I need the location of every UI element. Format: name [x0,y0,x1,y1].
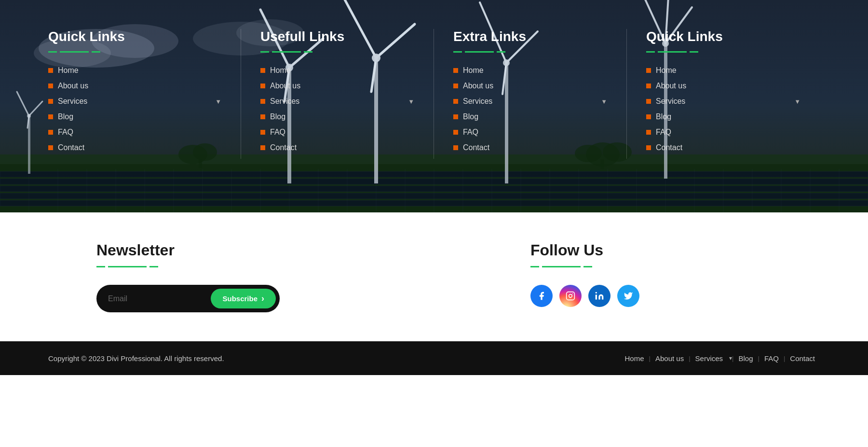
nav-link-blog[interactable]: Blog [656,112,800,121]
nav-link-contact[interactable]: Contact [656,143,800,152]
footer-nav-link-faq[interactable]: FAQ [760,354,784,363]
email-form: Subscribe › [96,285,280,312]
list-item: Contact [48,143,221,152]
list-item: About us [260,82,414,90]
col-title-1: Quick Links [48,29,221,44]
list-bullet [453,114,458,119]
nav-link-contact[interactable]: Contact [463,143,607,152]
footer-nav-link-about-us[interactable]: About us [651,354,689,363]
nav-link-faq[interactable]: FAQ [270,128,414,137]
list-bullet [646,68,651,73]
newsletter-section: Newsletter Subscribe › Follow Us [0,212,868,341]
links-col-2: Usefull LinksHomeAbout usServices▼BlogFA… [241,29,434,159]
list-item: About us [646,82,800,90]
list-item: Contact [453,143,607,152]
dropdown-arrow-icon: ▼ [601,98,607,105]
list-item: About us [48,82,221,90]
nav-link-blog[interactable]: Blog [58,112,221,121]
list-bullet [646,99,651,104]
nav-link-contact[interactable]: Contact [58,143,221,152]
list-item: Home [260,66,414,75]
follow-title: Follow Us [530,241,603,259]
list-item: Services▼ [260,97,414,106]
list-bullet [260,145,265,150]
list-item: Services▼ [646,97,800,106]
nav-link-services[interactable]: Services [58,97,210,106]
nav-link-blog[interactable]: Blog [463,112,607,121]
footer-nav-link-services[interactable]: Services [691,354,728,363]
col-title-3: Extra Links [453,29,607,44]
subscribe-button[interactable]: Subscribe › [211,289,276,308]
footer: Copyright © 2023 Divi Professional. All … [0,341,868,375]
nav-link-about-us[interactable]: About us [463,82,607,90]
links-section: Quick LinksHomeAbout usServices▼BlogFAQC… [0,0,868,212]
nav-link-services[interactable]: Services [270,97,403,106]
email-input[interactable] [108,294,211,303]
nav-link-services[interactable]: Services [656,97,789,106]
col-divider-2 [260,51,414,53]
linkedin-icon[interactable] [588,285,610,307]
list-bullet [646,84,651,88]
list-bullet [48,114,53,119]
dropdown-arrow-icon: ▼ [408,98,414,105]
footer-nav-link-contact[interactable]: Contact [785,354,820,363]
footer-nav-link-blog[interactable]: Blog [733,354,758,363]
col-title-2: Usefull Links [260,29,414,44]
list-bullet [260,130,265,135]
footer-nav-item: |FAQ [758,354,784,363]
nav-link-about-us[interactable]: About us [656,82,800,90]
nav-link-home[interactable]: Home [656,66,800,75]
list-item: Contact [646,143,800,152]
list-item: FAQ [260,128,414,137]
list-bullet [453,130,458,135]
nav-link-home[interactable]: Home [270,66,414,75]
list-bullet [453,145,458,150]
nav-link-services[interactable]: Services [463,97,596,106]
nav-link-faq[interactable]: FAQ [656,128,800,137]
social-icons [530,285,639,307]
twitter-icon[interactable] [617,285,639,307]
list-item: Services▼ [48,97,221,106]
svg-point-78 [596,292,597,293]
subscribe-label: Subscribe [222,294,258,303]
newsletter-divider [96,266,338,267]
col-divider-1 [48,51,221,53]
list-bullet [48,84,53,88]
links-grid: Quick LinksHomeAbout usServices▼BlogFAQC… [48,29,820,159]
nav-link-blog[interactable]: Blog [270,112,414,121]
list-item: FAQ [48,128,221,137]
list-bullet [260,114,265,119]
links-col-4: Quick LinksHomeAbout usServices▼BlogFAQC… [627,29,820,159]
list-item: FAQ [453,128,607,137]
nav-link-contact[interactable]: Contact [270,143,414,152]
newsletter-col: Newsletter Subscribe › [96,241,338,312]
follow-divider [530,266,592,267]
instagram-icon[interactable] [559,285,582,307]
footer-nav-item: Home [620,354,649,363]
nav-link-home[interactable]: Home [58,66,221,75]
nav-list-4: HomeAbout usServices▼BlogFAQContact [646,66,800,152]
footer-copyright: Copyright © 2023 Divi Professional. All … [48,354,224,363]
footer-nav-item: |Blog [732,354,758,363]
dropdown-arrow-icon: ▼ [215,98,221,105]
footer-nav-item: |About us [649,354,689,363]
footer-nav-link-home[interactable]: Home [620,354,649,363]
footer-nav-item: |Services▾ [689,354,732,363]
nav-link-about-us[interactable]: About us [270,82,414,90]
newsletter-title: Newsletter [96,241,338,259]
footer-nav: Home|About us|Services▾|Blog|FAQ|Contact [620,354,820,363]
list-item: Services▼ [453,97,607,106]
list-item: Home [48,66,221,75]
list-bullet [48,68,53,73]
list-bullet [48,99,53,104]
list-bullet [260,68,265,73]
nav-link-home[interactable]: Home [463,66,607,75]
nav-list-2: HomeAbout usServices▼BlogFAQContact [260,66,414,152]
list-bullet [646,114,651,119]
nav-link-faq[interactable]: FAQ [58,128,221,137]
follow-col: Follow Us [338,241,772,307]
nav-link-faq[interactable]: FAQ [463,128,607,137]
facebook-icon[interactable] [530,285,553,307]
nav-list-1: HomeAbout usServices▼BlogFAQContact [48,66,221,152]
nav-link-about-us[interactable]: About us [58,82,221,90]
